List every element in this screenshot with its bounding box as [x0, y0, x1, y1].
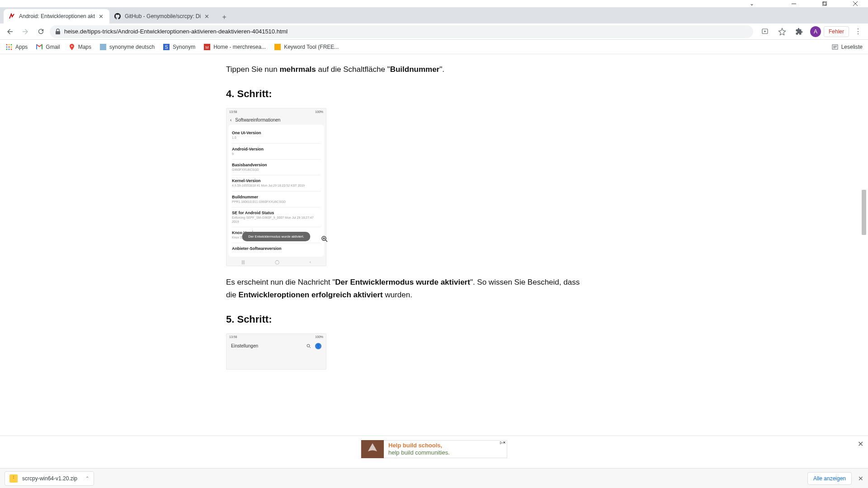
row-sub: 4.9.59-16553818 #1 Mon Jul 29 18:23:52 K…: [232, 184, 321, 188]
magnify-icon[interactable]: [321, 235, 330, 244]
svg-point-6: [9, 44, 10, 45]
browser-menu-button[interactable]: ⋮: [852, 27, 864, 36]
reading-list-label: Leseliste: [841, 44, 863, 50]
svg-point-31: [307, 344, 310, 347]
show-all-downloads-button[interactable]: Alle anzeigen: [807, 472, 852, 485]
window-close-button[interactable]: [846, 0, 864, 7]
bookmark-label: Apps: [15, 44, 28, 50]
text-bold: Buildnummer: [390, 65, 440, 74]
svg-line-32: [310, 347, 311, 348]
svg-rect-1: [822, 2, 826, 6]
phone-battery: 100%: [315, 335, 323, 338]
phone-header: Einstellungen 👤: [226, 340, 326, 352]
new-tab-button[interactable]: +: [218, 11, 231, 23]
svg-point-12: [9, 48, 10, 50]
window-dropdown-icon[interactable]: ⌄: [750, 0, 754, 7]
chevron-up-icon[interactable]: ⌃: [85, 476, 89, 481]
profile-avatar[interactable]: A: [810, 26, 821, 37]
apps-shortcut[interactable]: Apps: [5, 43, 28, 51]
ad-close-button[interactable]: ✕: [858, 440, 863, 448]
download-item[interactable]: scrcpy-win64-v1.20.zip ⌃: [5, 471, 94, 486]
close-icon[interactable]: ✕: [99, 13, 105, 19]
download-filename: scrcpy-win64-v1.20.zip: [22, 475, 77, 482]
reading-list-button[interactable]: Leseliste: [831, 43, 863, 51]
row-sub: 9: [232, 152, 321, 156]
bookmark-keyword-tool[interactable]: Keyword Tool (FREE...: [274, 43, 339, 51]
gmail-icon: [36, 43, 43, 51]
reading-list-icon: [831, 43, 839, 51]
forward-button[interactable]: [19, 25, 32, 38]
bookmark-maps[interactable]: Maps: [68, 43, 91, 51]
reload-button[interactable]: [34, 25, 47, 38]
svg-point-16: [71, 45, 72, 47]
tab-title: Android: Entwickleroptionen akt: [19, 13, 95, 19]
omnibox-actions: [760, 26, 805, 37]
svg-point-5: [6, 44, 8, 45]
row-title: Android-Version: [232, 147, 321, 151]
maps-icon: [68, 43, 75, 51]
browser-toolbar: heise.de/tipps-tricks/Android-Entwickler…: [0, 23, 868, 40]
screenshot-step-5[interactable]: 13:58 100% Einstellungen 👤: [226, 333, 326, 370]
bookmark-gmail[interactable]: Gmail: [36, 43, 60, 51]
svg-rect-22: [274, 44, 281, 50]
close-shelf-button[interactable]: ✕: [858, 475, 863, 482]
row-sub: PPR1.180610.011.G960FXXU6CSGD: [232, 200, 321, 204]
tab-github[interactable]: GitHub - Genymobile/scrcpy: Di ✕: [109, 9, 215, 23]
back-chevron-icon: ‹: [230, 117, 231, 122]
row-title: Anbieter-Softwareversion: [232, 246, 321, 251]
apps-grid-icon: [5, 43, 13, 51]
window-titlebar: ⌄: [0, 0, 868, 7]
address-bar[interactable]: heise.de/tipps-tricks/Android-Entwickler…: [50, 25, 753, 38]
row-sub: G960FXXU6CSGD: [232, 168, 321, 172]
bookmark-synonyme[interactable]: synonyme deutsch: [99, 43, 155, 51]
row-title: SE for Android Status: [232, 211, 321, 215]
row-title: Basisbandversion: [232, 163, 321, 167]
bookmark-label: synonyme deutsch: [109, 44, 155, 50]
text: Tippen Sie nun: [226, 65, 279, 74]
phone-status-bar: 13:58 100%: [226, 334, 326, 340]
search-icon: [306, 343, 311, 349]
phone-header-title: Softwareinformationen: [235, 117, 280, 122]
phone-header-title: Einstellungen: [231, 343, 258, 348]
window-maximize-button[interactable]: [816, 0, 834, 7]
back-button[interactable]: [4, 25, 16, 38]
svg-rect-14: [36, 44, 37, 49]
tab-heise[interactable]: Android: Entwickleroptionen akt ✕: [4, 9, 109, 23]
bookmark-merch[interactable]: M Home - merchresea...: [203, 43, 266, 51]
row-sub: 1.0: [232, 136, 321, 140]
text: wurden.: [383, 291, 412, 299]
row-sub: Enforcing SEPF_SM-G960F_9_0007 Mon Jul 2…: [232, 216, 321, 224]
text-bold: mehrmals: [279, 65, 316, 74]
page-scrollbar[interactable]: [861, 54, 867, 448]
svg-point-13: [11, 48, 12, 50]
error-chip[interactable]: Fehler: [824, 26, 849, 37]
bookmark-synonym[interactable]: S Synonym: [163, 43, 195, 51]
ad-image-icon: [361, 440, 384, 458]
ad-banner[interactable]: Help build schools, help build communiti…: [361, 440, 507, 458]
bookmark-label: Gmail: [46, 44, 60, 50]
close-icon[interactable]: ✕: [204, 13, 211, 19]
svg-rect-35: [13, 478, 14, 479]
row-title: Buildnummer: [232, 195, 321, 199]
screenshot-step-4[interactable]: 13:58 100% ‹ Softwareinformationen One U…: [226, 108, 326, 266]
zip-file-icon: [9, 474, 18, 483]
bookmark-star-icon[interactable]: [777, 26, 788, 37]
install-app-icon[interactable]: [760, 26, 770, 37]
phone-row: SE for Android StatusEnforcing SEPF_SM-G…: [232, 207, 321, 227]
extensions-icon[interactable]: [794, 26, 805, 37]
page-viewport: Tippen Sie nun mehrmals auf die Schaltfl…: [0, 54, 868, 448]
downloads-shelf: scrcpy-win64-v1.20.zip ⌃ Alle anzeigen ✕: [0, 468, 868, 488]
github-favicon-icon: [114, 13, 121, 20]
scrollbar-thumb[interactable]: [862, 190, 866, 235]
browser-tabstrip: Android: Entwickleroptionen akt ✕ GitHub…: [0, 7, 868, 23]
window-minimize-button[interactable]: [785, 0, 803, 7]
adchoices-icon[interactable]: ▷✕: [499, 441, 507, 445]
phone-row: One UI-Version1.0: [232, 127, 321, 143]
url-text: heise.de/tipps-tricks/Android-Entwickler…: [64, 28, 288, 35]
svg-line-28: [326, 240, 327, 242]
intro-paragraph: Tippen Sie nun mehrmals auf die Schaltfl…: [226, 63, 583, 75]
generic-favicon-icon: M: [203, 43, 211, 51]
tab-title: GitHub - Genymobile/scrcpy: Di: [125, 13, 201, 19]
text-bold: Der Entwicklermodus wurde aktiviert: [335, 278, 470, 286]
result-paragraph: Es erscheint nun die Nachricht "Der Entw…: [226, 276, 583, 300]
